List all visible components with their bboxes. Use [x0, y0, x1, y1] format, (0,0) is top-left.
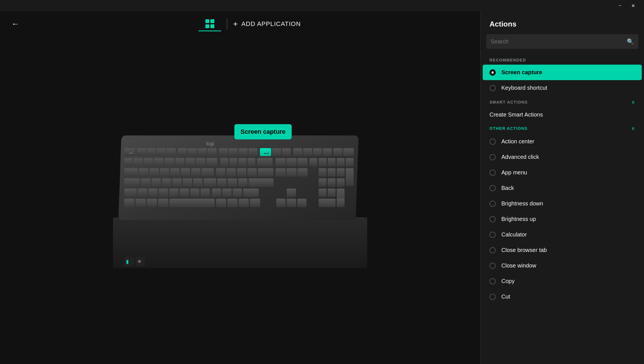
svg-rect-103	[216, 199, 226, 207]
radio-cut	[489, 294, 496, 300]
create-smart-actions[interactable]: Create Smart Actions	[483, 108, 642, 122]
action-item-calculator[interactable]: Calculator	[483, 227, 642, 242]
svg-rect-58	[247, 168, 257, 177]
svg-rect-31	[186, 158, 195, 166]
svg-rect-30	[175, 158, 184, 166]
action-item-copy[interactable]: Copy	[483, 273, 642, 289]
svg-rect-92	[233, 188, 242, 197]
svg-text:▮: ▮	[126, 259, 129, 264]
action-item-advanced-click[interactable]: Advanced click	[483, 149, 642, 165]
svg-rect-96	[328, 188, 336, 197]
svg-rect-85	[159, 188, 168, 197]
svg-rect-106	[250, 199, 260, 207]
svg-text:logi: logi	[206, 141, 214, 146]
svg-rect-65	[337, 168, 345, 177]
svg-rect-68	[141, 178, 150, 187]
add-app-label: ADD APPLICATION	[242, 20, 301, 28]
svg-rect-70	[162, 178, 171, 187]
search-container: 🔍	[480, 34, 644, 54]
svg-rect-94	[287, 188, 296, 197]
svg-rect-37	[247, 158, 255, 166]
svg-rect-29	[165, 158, 174, 166]
radio-screen-capture	[489, 69, 496, 76]
back-button[interactable]: ←	[11, 19, 19, 28]
main-container: ← + ADD APPLICATION Screen capture	[0, 11, 644, 364]
keyboard-image: logi	[113, 133, 367, 274]
action-item-back[interactable]: Back	[483, 180, 642, 196]
action-item-brightness-down[interactable]: Brightness down	[483, 196, 642, 211]
svg-rect-10	[198, 148, 207, 156]
radio-close-window	[489, 263, 496, 269]
svg-rect-108	[287, 199, 296, 207]
svg-rect-88	[190, 188, 199, 197]
smart-actions-label: SMART ACTIONS	[489, 100, 528, 104]
svg-rect-4	[137, 148, 146, 156]
apps-grid-icon	[205, 19, 214, 28]
action-item-close-browser-tab[interactable]: Close browser tab	[483, 242, 642, 258]
action-item-cut[interactable]: Cut	[483, 289, 642, 304]
svg-rect-0	[113, 217, 367, 268]
svg-rect-91	[222, 188, 232, 197]
svg-rect-12	[219, 148, 228, 156]
svg-rect-50	[160, 168, 169, 177]
svg-rect-102	[169, 199, 215, 207]
svg-rect-93	[243, 188, 259, 197]
svg-rect-59	[258, 168, 273, 177]
keyboard-wrapper: Screen capture	[113, 127, 367, 274]
radio-copy	[489, 278, 496, 284]
smart-actions-section[interactable]: SMART ACTIONS ∧	[483, 96, 642, 108]
action-item-app-menu[interactable]: App menu	[483, 165, 642, 180]
svg-rect-74	[204, 178, 216, 187]
header-center: + ADD APPLICATION	[199, 17, 301, 31]
screen-capture-tooltip: Screen capture	[234, 124, 292, 139]
search-icon-button[interactable]: 🔍	[627, 38, 634, 45]
action-item-action-center[interactable]: Action center	[483, 134, 642, 149]
svg-rect-67	[124, 178, 140, 187]
action-item-keyboard-shortcut[interactable]: Keyboard shortcut	[483, 80, 642, 96]
left-header: ← + ADD APPLICATION	[0, 11, 480, 37]
svg-rect-61	[286, 168, 297, 177]
svg-rect-16	[260, 148, 271, 156]
action-item-screen-capture[interactable]: Screen capture	[483, 65, 642, 80]
action-label-keyboard-shortcut: Keyboard shortcut	[501, 85, 547, 91]
svg-rect-21	[313, 148, 322, 156]
svg-rect-13	[229, 148, 238, 156]
svg-rect-33	[206, 158, 217, 166]
svg-text:✳: ✳	[137, 259, 142, 264]
action-label-cut: Cut	[501, 293, 510, 300]
action-label-close-window: Close window	[501, 262, 536, 269]
svg-rect-47	[124, 168, 138, 177]
svg-rect-75	[217, 178, 227, 187]
header-divider	[227, 18, 227, 30]
svg-rect-18	[282, 148, 291, 156]
search-input[interactable]	[491, 38, 623, 45]
search-box[interactable]: 🔍	[486, 34, 638, 49]
svg-text:prt scr: prt scr	[264, 152, 269, 154]
svg-rect-20	[303, 148, 312, 156]
svg-rect-78	[249, 178, 273, 187]
action-label-advanced-click: Advanced click	[501, 154, 539, 160]
radio-action-center	[489, 139, 496, 145]
add-application-button[interactable]: + ADD APPLICATION	[233, 19, 301, 28]
svg-rect-83	[138, 188, 147, 197]
action-item-brightness-up[interactable]: Brightness up	[483, 211, 642, 227]
svg-rect-48	[139, 168, 148, 177]
keyboard-area: Screen capture	[0, 37, 480, 364]
action-label-action-center: Action center	[501, 138, 534, 145]
svg-rect-100	[147, 199, 157, 207]
svg-rect-24	[343, 148, 354, 156]
close-button[interactable]: ✕	[626, 1, 639, 10]
svg-rect-46	[346, 158, 354, 166]
radio-calculator	[489, 232, 496, 238]
svg-rect-57	[237, 168, 246, 177]
svg-rect-34	[220, 158, 228, 166]
minimize-button[interactable]: −	[613, 1, 626, 10]
apps-icon-container[interactable]	[199, 17, 221, 31]
svg-rect-32	[196, 158, 205, 166]
action-item-close-window[interactable]: Close window	[483, 258, 642, 273]
svg-rect-69	[151, 178, 161, 187]
other-actions-section[interactable]: OTHER ACTIONS ∧	[483, 122, 642, 134]
svg-rect-23	[333, 148, 342, 156]
svg-rect-42	[309, 158, 317, 166]
svg-rect-54	[202, 168, 214, 177]
